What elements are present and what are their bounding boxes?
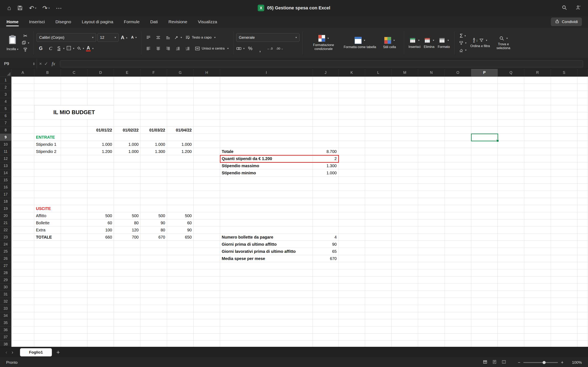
decrease-font-size-button[interactable]: A▾ xyxy=(130,33,138,42)
font-color-button[interactable]: A▾ xyxy=(86,44,94,53)
decrease-indent-button[interactable] xyxy=(173,44,182,53)
cell-H14[interactable] xyxy=(194,169,220,176)
cell-N21[interactable] xyxy=(418,219,445,226)
cell-E28[interactable] xyxy=(114,269,140,276)
cell-D3[interactable] xyxy=(87,91,114,98)
cell-E26[interactable] xyxy=(114,255,140,262)
cell-N26[interactable] xyxy=(418,255,445,262)
cell-M38[interactable] xyxy=(392,341,418,347)
cell-D30[interactable] xyxy=(87,284,114,291)
cell-B19[interactable]: USCITE xyxy=(34,205,61,212)
increase-indent-button[interactable] xyxy=(183,44,192,53)
cell-F14[interactable] xyxy=(140,169,167,176)
cell-F3[interactable] xyxy=(140,91,167,98)
cell-Q26[interactable] xyxy=(498,255,524,262)
row-header-15[interactable]: 15 xyxy=(0,176,11,184)
cell-Q7[interactable] xyxy=(498,119,524,127)
cell-H5[interactable] xyxy=(194,105,220,112)
cell-M26[interactable] xyxy=(392,255,418,262)
row-header-16[interactable]: 16 xyxy=(0,184,11,191)
cell-L15[interactable] xyxy=(365,176,392,184)
cell-C28[interactable] xyxy=(61,269,87,276)
cell-B10[interactable]: Stipendio 1 xyxy=(34,141,61,148)
cell-S15[interactable] xyxy=(551,176,577,184)
cell-O20[interactable] xyxy=(445,212,471,219)
cell-S3[interactable] xyxy=(551,91,577,98)
cell-K9[interactable] xyxy=(338,134,365,141)
cell-L24[interactable] xyxy=(365,241,392,248)
cell-K20[interactable] xyxy=(338,212,365,219)
cell-J28[interactable] xyxy=(313,269,338,276)
cell-J38[interactable] xyxy=(313,341,338,347)
cell-L34[interactable] xyxy=(365,312,392,319)
cell-E13[interactable] xyxy=(114,162,140,169)
cell-O14[interactable] xyxy=(445,169,471,176)
cell-F15[interactable] xyxy=(140,176,167,184)
cell-N25[interactable] xyxy=(418,248,445,255)
cell-I11[interactable]: Totale xyxy=(220,148,313,155)
save-icon[interactable] xyxy=(17,5,23,11)
zoom-in-icon[interactable]: + xyxy=(561,360,563,365)
cell-E31[interactable] xyxy=(114,291,140,298)
cell-Q20[interactable] xyxy=(498,212,524,219)
cell-G13[interactable] xyxy=(167,162,194,169)
cell-F32[interactable] xyxy=(140,298,167,305)
cell-B13[interactable] xyxy=(34,162,61,169)
row-header-12[interactable]: 12 xyxy=(0,155,11,162)
cell-A4[interactable] xyxy=(11,98,34,105)
cell-R33[interactable] xyxy=(524,305,551,312)
cell-F31[interactable] xyxy=(140,291,167,298)
cell-G34[interactable] xyxy=(167,312,194,319)
cell-F23[interactable]: 670 xyxy=(140,234,167,241)
cell-K11[interactable] xyxy=(338,148,365,155)
cell-E22[interactable]: 120 xyxy=(114,226,140,234)
cell-G38[interactable] xyxy=(167,341,194,347)
cell-S6[interactable] xyxy=(551,112,577,119)
tab-inserisci[interactable]: Inserisci xyxy=(29,18,45,26)
row-header-8[interactable]: 8 xyxy=(0,127,11,134)
row-header-18[interactable]: 18 xyxy=(0,198,11,205)
cell-F30[interactable] xyxy=(140,284,167,291)
cell-C34[interactable] xyxy=(61,312,87,319)
cell-L17[interactable] xyxy=(365,191,392,198)
cell-O29[interactable] xyxy=(445,276,471,284)
cell-R20[interactable] xyxy=(524,212,551,219)
column-header-P[interactable]: P xyxy=(471,69,498,76)
cell-N3[interactable] xyxy=(418,91,445,98)
cell-S21[interactable] xyxy=(551,219,577,226)
cell-O12[interactable] xyxy=(445,155,471,162)
cell-M6[interactable] xyxy=(392,112,418,119)
cell-A33[interactable] xyxy=(11,305,34,312)
cell-I16[interactable] xyxy=(220,184,313,191)
column-header-S[interactable]: S xyxy=(551,69,577,76)
cell-F22[interactable]: 80 xyxy=(140,226,167,234)
cell-D29[interactable] xyxy=(87,276,114,284)
cell-extra-32[interactable] xyxy=(577,298,588,305)
cell-Q32[interactable] xyxy=(498,298,524,305)
cell-O33[interactable] xyxy=(445,305,471,312)
cell-K31[interactable] xyxy=(338,291,365,298)
row-header-30[interactable]: 30 xyxy=(0,284,11,291)
cell-extra-8[interactable] xyxy=(577,127,588,134)
cell-G29[interactable] xyxy=(167,276,194,284)
cell-G30[interactable] xyxy=(167,284,194,291)
cell-B16[interactable] xyxy=(34,184,61,191)
cell-K15[interactable] xyxy=(338,176,365,184)
cell-S30[interactable] xyxy=(551,284,577,291)
cell-O6[interactable] xyxy=(445,112,471,119)
cell-L38[interactable] xyxy=(365,341,392,347)
cell-extra-20[interactable] xyxy=(577,212,588,219)
cell-L35[interactable] xyxy=(365,319,392,326)
cell-C10[interactable] xyxy=(61,141,87,148)
cell-R36[interactable] xyxy=(524,326,551,334)
cell-H10[interactable] xyxy=(194,141,220,148)
column-header-A[interactable]: A xyxy=(11,69,34,76)
tab-visualizza[interactable]: Visualizza xyxy=(198,18,217,26)
cell-G26[interactable] xyxy=(167,255,194,262)
cell-C35[interactable] xyxy=(61,319,87,326)
cell-J11[interactable]: 8.700 xyxy=(313,148,338,155)
cell-G25[interactable] xyxy=(167,248,194,255)
cell-K33[interactable] xyxy=(338,305,365,312)
cell-I13[interactable]: Stipendio massimo xyxy=(220,162,313,169)
column-header-K[interactable]: K xyxy=(338,69,365,76)
